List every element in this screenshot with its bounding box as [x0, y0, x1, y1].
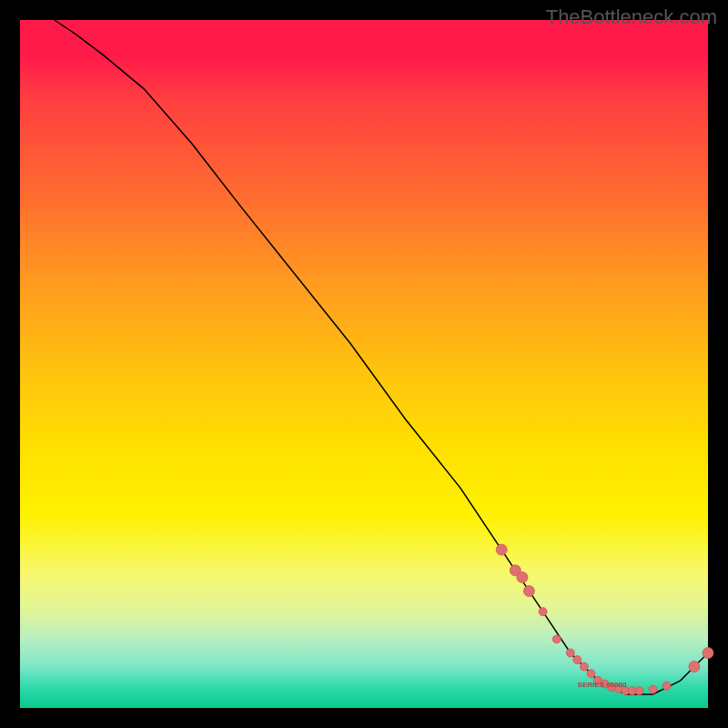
highlight-dot [523, 586, 534, 597]
highlight-dot [703, 648, 713, 659]
chart-svg: SERIES 00000 [20, 20, 708, 708]
highlight-dot [517, 571, 528, 582]
highlight-dot [649, 685, 657, 693]
highlight-dot [580, 662, 588, 671]
highlight-dot [573, 656, 581, 664]
highlight-dot [635, 687, 643, 695]
highlight-dot [662, 682, 671, 690]
highlight-dot [689, 662, 700, 672]
highlight-dot [566, 649, 574, 657]
highlight-dot [552, 635, 561, 643]
highlight-dots-group [496, 544, 713, 695]
highlight-dot [496, 544, 507, 555]
chart-background: SERIES 00000 [20, 20, 708, 708]
bottleneck-curve [55, 20, 708, 694]
highlight-dot [587, 670, 595, 678]
series-annotation: SERIES 00000 [578, 681, 627, 689]
watermark-text: TheBottleneck.com [546, 5, 717, 29]
highlight-dot [539, 608, 547, 616]
